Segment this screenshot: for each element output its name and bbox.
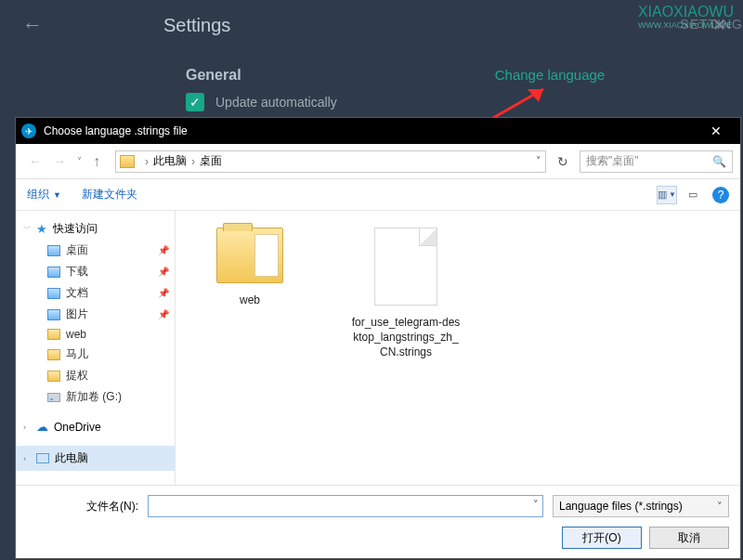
sidebar-item-downloads[interactable]: 下载📌	[16, 261, 175, 282]
view-mode-button[interactable]: ▥▼	[657, 186, 677, 204]
folder-icon	[47, 267, 60, 278]
folder-icon	[47, 309, 60, 320]
folder-icon	[216, 228, 283, 283]
new-folder-button[interactable]: 新建文件夹	[82, 187, 137, 202]
cancel-button[interactable]: 取消	[649, 527, 729, 549]
chevron-down-icon: ▼	[53, 190, 61, 200]
file-item-strings[interactable]: for_use_telegram-desktop_langstrings_zh_…	[350, 228, 462, 360]
dialog-titlebar: ✈ Choose language .strings file ✕	[16, 118, 740, 144]
update-auto-checkbox[interactable]: ✓	[186, 93, 204, 111]
settings-title: Settings	[163, 15, 230, 36]
dialog-toolbar: 组织▼ 新建文件夹 ▥▼ ▭ ?	[16, 179, 740, 211]
sidebar-quick-access[interactable]: ﹀★快速访问	[16, 218, 175, 240]
open-button[interactable]: 打开(O)	[562, 527, 642, 549]
chevron-down-icon[interactable]: ˅	[533, 499, 539, 511]
sidebar-onedrive[interactable]: ›☁OneDrive	[16, 417, 175, 436]
dialog-close-button[interactable]: ✕	[697, 124, 735, 138]
sidebar-item-drive-g[interactable]: 新加卷 (G:)	[16, 386, 175, 408]
folder-icon	[47, 371, 60, 382]
folder-icon	[47, 349, 60, 360]
sidebar-item-maer[interactable]: 马儿	[16, 344, 175, 365]
search-input[interactable]: 搜索"桌面" 🔍	[580, 150, 733, 173]
file-dialog: ✈ Choose language .strings file ✕ ← → ˅ …	[15, 117, 741, 559]
path-sep-icon: ›	[191, 155, 195, 168]
file-list[interactable]: web for_use_telegram-desktop_langstrings…	[176, 211, 740, 485]
sidebar-item-web[interactable]: web	[16, 325, 175, 344]
telegram-icon: ✈	[21, 124, 36, 138]
search-placeholder: 搜索"桌面"	[586, 153, 639, 169]
file-label: for_use_telegram-desktop_langstrings_zh_…	[350, 315, 462, 360]
pin-icon: 📌	[158, 267, 169, 277]
nav-up-button[interactable]: ↑	[87, 150, 106, 174]
dialog-footer: 文件名(N): ˅ Language files (*.strings) ˅ 打…	[16, 485, 740, 558]
general-heading: General	[186, 67, 337, 84]
dialog-navbar: ← → ˅ ↑ › 此电脑 › 桌面 ˅ ↻ 搜索"桌面" 🔍	[16, 144, 740, 179]
help-button[interactable]: ?	[712, 187, 729, 203]
pin-icon: 📌	[158, 309, 169, 319]
cloud-icon: ☁	[36, 420, 48, 434]
file-icon	[374, 228, 437, 306]
dialog-title: Choose language .strings file	[44, 124, 188, 137]
address-bar[interactable]: › 此电脑 › 桌面 ˅	[115, 150, 546, 173]
folder-icon	[47, 329, 60, 340]
folder-icon	[47, 288, 60, 299]
chevron-down-icon: ˅	[717, 501, 723, 513]
drive-icon	[47, 393, 60, 402]
pc-icon	[36, 453, 49, 463]
file-label: web	[194, 293, 306, 307]
sidebar-item-tiquan[interactable]: 提权	[16, 365, 175, 386]
file-item-folder[interactable]: web	[194, 228, 306, 307]
caret-down-icon: ﹀	[23, 223, 32, 235]
preview-pane-button[interactable]: ▭	[683, 186, 703, 204]
change-language-link[interactable]: Change language	[495, 67, 605, 83]
update-auto-label: Update automatically	[215, 95, 337, 110]
back-arrow-icon[interactable]: ←	[22, 13, 43, 37]
filename-label: 文件名(N):	[27, 499, 138, 514]
caret-right-icon: ›	[23, 423, 26, 432]
organize-menu[interactable]: 组织▼	[27, 187, 61, 202]
nav-forward-button[interactable]: →	[47, 150, 72, 173]
filename-input[interactable]: ˅	[148, 495, 543, 517]
sidebar-item-desktop[interactable]: 桌面📌	[16, 240, 175, 261]
pin-icon: 📌	[158, 245, 169, 255]
address-dropdown-icon[interactable]: ˅	[536, 155, 541, 167]
folder-icon	[47, 245, 60, 256]
nav-recent-dropdown[interactable]: ˅	[72, 152, 87, 170]
dialog-sidebar: ﹀★快速访问 桌面📌 下载📌 文档📌 图片📌 web 马儿 提权 新加卷 (G:…	[16, 211, 176, 485]
pin-icon: 📌	[158, 288, 169, 298]
path-sep-icon: ›	[145, 155, 149, 168]
folder-icon	[120, 155, 135, 168]
sidebar-item-pictures[interactable]: 图片📌	[16, 304, 175, 325]
refresh-button[interactable]: ↻	[552, 154, 574, 169]
sidebar-this-pc[interactable]: ›此电脑	[16, 446, 175, 471]
filetype-select[interactable]: Language files (*.strings) ˅	[553, 495, 729, 517]
sidebar-item-documents[interactable]: 文档📌	[16, 282, 175, 304]
caret-right-icon: ›	[23, 454, 26, 463]
star-icon: ★	[36, 222, 47, 236]
path-folder[interactable]: 桌面	[200, 153, 222, 169]
path-root[interactable]: 此电脑	[153, 153, 187, 169]
search-icon: 🔍	[712, 155, 726, 168]
close-settings-icon[interactable]: ✕	[712, 15, 726, 35]
nav-back-button[interactable]: ←	[23, 150, 47, 173]
